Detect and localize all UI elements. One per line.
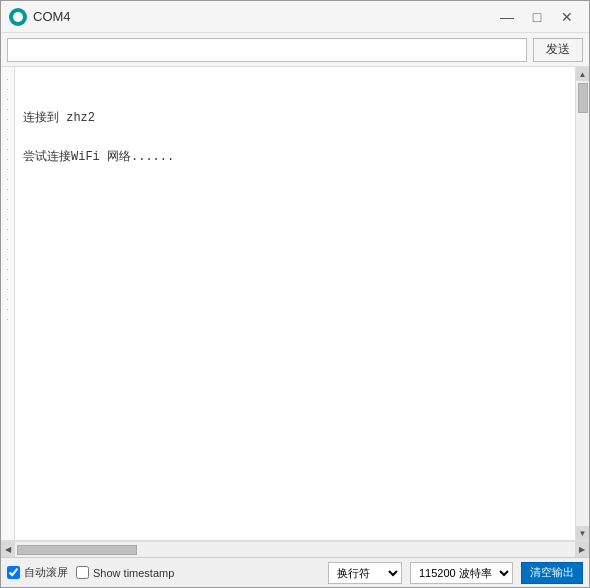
arduino-icon (13, 12, 23, 22)
line-dot: · (5, 193, 11, 199)
line-dot: · (5, 203, 11, 209)
window-title: COM4 (33, 9, 493, 24)
line-dot: · (5, 103, 11, 109)
clear-output-button[interactable]: 清空输出 (521, 562, 583, 584)
toolbar: 发送 (1, 33, 589, 67)
line-dot: · (5, 303, 11, 309)
line-dot: · (5, 163, 11, 169)
scroll-left-arrow[interactable]: ◀ (1, 542, 15, 558)
vertical-scrollbar[interactable]: ▲ ▼ (575, 67, 589, 540)
output-line (23, 532, 567, 542)
line-dot: · (5, 313, 11, 319)
status-bar: 自动滚屏 Show timestamp 无结尾 换行符 回车符 NL & CR … (1, 557, 589, 587)
scroll-up-arrow[interactable]: ▲ (576, 67, 590, 81)
send-button[interactable]: 发送 (533, 38, 583, 62)
baud-rate-select[interactable]: 9600 19200 38400 57600 115200 波特率 (410, 562, 513, 584)
serial-output-area[interactable]: · · · · · · · · · · · · · · · · · · · · … (1, 67, 589, 541)
auto-scroll-checkbox[interactable] (7, 566, 20, 579)
line-dot: · (5, 133, 11, 139)
scrollbar-track[interactable] (576, 81, 589, 526)
line-dot: · (5, 123, 11, 129)
output-line (23, 301, 567, 320)
line-dot: · (5, 173, 11, 179)
line-ending-group: 无结尾 换行符 回车符 NL & CR (328, 562, 402, 584)
main-window: COM4 — □ ✕ 发送 · · · · · · · · · · · · · … (0, 0, 590, 588)
line-dot: · (5, 83, 11, 89)
line-ending-select[interactable]: 无结尾 换行符 回车符 NL & CR (328, 562, 402, 584)
line-dot: · (5, 183, 11, 189)
h-scrollbar-track[interactable] (15, 542, 575, 557)
baud-rate-group: 9600 19200 38400 57600 115200 波特率 (410, 562, 513, 584)
show-timestamp-group: Show timestamp (76, 566, 174, 579)
scroll-down-arrow[interactable]: ▼ (576, 526, 590, 540)
output-line (23, 263, 567, 282)
scrollbar-thumb[interactable] (578, 83, 588, 113)
app-icon (9, 8, 27, 26)
output-line (23, 340, 567, 359)
line-dot: · (5, 253, 11, 259)
line-dot: · (5, 243, 11, 249)
show-timestamp-label[interactable]: Show timestamp (93, 567, 174, 579)
show-timestamp-checkbox[interactable] (76, 566, 89, 579)
maximize-button[interactable]: □ (523, 5, 551, 29)
auto-scroll-label[interactable]: 自动滚屏 (24, 565, 68, 580)
output-line (23, 493, 567, 512)
serial-input[interactable] (7, 38, 527, 62)
h-scrollbar-thumb[interactable] (17, 545, 137, 555)
line-dot: · (5, 233, 11, 239)
output-line: 尝试连接WiFi 网络...... (23, 148, 567, 167)
line-dot: · (5, 113, 11, 119)
scroll-right-arrow[interactable]: ▶ (575, 542, 589, 558)
minimize-button[interactable]: — (493, 5, 521, 29)
line-dot: · (5, 93, 11, 99)
output-content: 连接到 zhz2 尝试连接WiFi 网络...... Wi-Fi 已连接 IP地… (15, 67, 575, 540)
auto-scroll-group: 自动滚屏 (7, 565, 68, 580)
close-button[interactable]: ✕ (553, 5, 581, 29)
line-dot: · (5, 273, 11, 279)
line-dot: · (5, 153, 11, 159)
output-line: 连接到 zhz2 (23, 109, 567, 128)
line-dot: · (5, 73, 11, 79)
line-numbers: · · · · · · · · · · · · · · · · · · · · … (1, 67, 15, 540)
window-controls: — □ ✕ (493, 5, 581, 29)
output-line (23, 225, 567, 244)
title-bar: COM4 — □ ✕ (1, 1, 589, 33)
line-dot: · (5, 213, 11, 219)
output-line (23, 455, 567, 474)
line-dot: · (5, 293, 11, 299)
line-dot: · (5, 283, 11, 289)
output-line (23, 186, 567, 205)
output-line (23, 416, 567, 435)
line-dot: · (5, 263, 11, 269)
line-dot: · (5, 143, 11, 149)
output-line (23, 378, 567, 397)
line-dot: · (5, 223, 11, 229)
horizontal-scrollbar[interactable]: ◀ ▶ (1, 541, 589, 557)
